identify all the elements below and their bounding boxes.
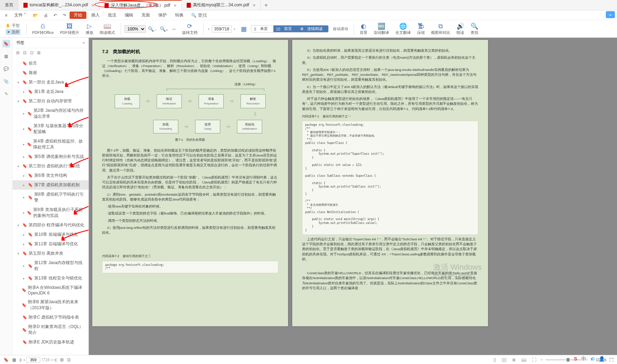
pdf-to-pic-button[interactable]: 🖼PDF转图片 <box>58 22 81 35</box>
tab-doc-2[interactable]: 高性能mysql第三...34.com.pdf × <box>182 0 261 10</box>
tab-doc-0[interactable]: tomcat架构解析_...234.com.pdf × <box>19 0 100 10</box>
tab-add-button[interactable]: + <box>261 2 271 8</box>
bookmark-node[interactable]: ▸🔖第3章 垃圾收集器与内存分配策略 <box>13 121 88 137</box>
tray-icon[interactable]: 中 <box>580 355 587 363</box>
zoom-select[interactable]: 100% <box>124 25 146 33</box>
close-icon[interactable]: × <box>174 3 177 8</box>
bookmark-node[interactable]: ▸🔖第6章 类文件结构 <box>13 171 88 180</box>
bookmark-node[interactable]: 🔖附录D 对象查询语言（OQL）简介 <box>13 322 88 337</box>
page-next-icon[interactable]: › <box>232 27 237 31</box>
bookmark-node[interactable]: ▸🔖第8章 虚拟机字节码执行引擎 <box>13 190 88 205</box>
double-page[interactable]: ▯▯ 双页 <box>273 26 297 32</box>
select-tool[interactable]: ➤ 选择 <box>6 29 21 35</box>
tab-doc-1[interactable]: 深入理解Java虚...（第3版）.pdf × <box>100 0 182 10</box>
sb-tool-icon[interactable]: ⊞ <box>60 357 64 362</box>
page-number-input[interactable] <box>26 357 40 363</box>
bookmark-node[interactable]: 🔖致谢 <box>13 68 88 78</box>
pdf-to-office-button[interactable]: ⎙PDF转Office <box>30 22 56 35</box>
word-translate-button[interactable]: 🔤划词翻译 <box>372 22 391 35</box>
bm-tool-icon[interactable]: ⊡ <box>30 50 34 55</box>
menu-insert[interactable]: 插入 <box>88 12 103 19</box>
bookmark-node[interactable]: ▾🔖第二部分 自动内存管理 <box>13 96 88 106</box>
bookmark-node[interactable]: ▸🔖第2章 Java内存区域与内存溢出异常 <box>13 106 88 121</box>
bm-tool-icon[interactable]: ⊠ <box>37 50 41 55</box>
attachments-tab-icon[interactable]: 📎 <box>2 78 10 85</box>
single-page[interactable]: ▯ 单页 <box>251 26 273 32</box>
bookmark-node[interactable]: ▸🔖第11章 后端编译与优化 <box>13 239 88 249</box>
view-double-icon[interactable]: ▯▯ <box>500 357 508 363</box>
bookmark-node[interactable]: ▸🔖第7章 虚拟机类加载机制 <box>13 180 88 190</box>
page-prev-icon[interactable]: ‹ <box>207 27 211 31</box>
tab-home[interactable]: 首页 <box>0 0 19 10</box>
first-page-icon[interactable]: |‹ <box>20 357 22 362</box>
bookmark-node[interactable]: 🔖附录E JDK历史版本轨迹 <box>13 337 88 347</box>
background-button[interactable]: ◐背景 <box>358 22 370 35</box>
fit-page-icon[interactable]: ⛶ <box>531 357 538 363</box>
full-translate-button[interactable]: 🌐全文翻译 <box>393 22 413 35</box>
bookmark-node[interactable]: ▾🔖第五部分 高效并发 <box>13 249 88 258</box>
bm-tool-icon[interactable]: ⊟ <box>23 50 27 55</box>
hand-tool[interactable]: ✋ 手型 <box>6 23 21 28</box>
tray-icon[interactable]: ⟲ <box>589 355 596 362</box>
close-panel-icon[interactable]: × <box>82 41 85 45</box>
rotate-button[interactable]: ⟳旋转文档 <box>180 22 200 35</box>
view-single-icon[interactable]: ▯ <box>492 357 497 363</box>
bookmark-node[interactable]: 🔖附录C 虚拟机字节码指令表 <box>13 313 88 322</box>
autoscroll-button[interactable]: 自动滚动 <box>331 26 350 31</box>
menu-search[interactable]: 🔍 <box>191 13 219 18</box>
menu-convert[interactable]: 转换 <box>172 12 187 19</box>
thumbnails-icon[interactable]: ▦ <box>239 25 249 33</box>
menu-file[interactable]: 文件 ˅ <box>11 12 29 19</box>
view-cont-icon[interactable]: ≣ <box>511 357 517 363</box>
view-book-icon[interactable]: 📖 <box>520 357 528 363</box>
open-icon[interactable]: 📂 <box>31 12 40 19</box>
redo-icon[interactable]: ↷ <box>60 12 68 19</box>
continuous-read[interactable]: ≣ 连续阅读 <box>297 26 328 32</box>
find-button[interactable]: 🔍查找 <box>468 22 480 35</box>
signature-tab-icon[interactable]: ✎ <box>2 90 10 98</box>
page-input[interactable]: 359/716 <box>212 26 232 32</box>
tray-icon[interactable]: 👤 <box>598 355 606 362</box>
bookmark-node[interactable]: ▸🔖第5章 调优案例分析与实战 <box>13 152 88 161</box>
menu-start[interactable]: 开始 <box>70 12 86 19</box>
tray-icon[interactable]: ⋯ <box>608 355 615 362</box>
hamburger-icon[interactable]: ≡ <box>3 12 9 19</box>
read-aloud-button[interactable]: 🔊朗读 <box>454 22 466 35</box>
menu-protect[interactable]: 保护 <box>155 12 170 19</box>
zoom-out-button[interactable]: − <box>540 357 543 362</box>
bookmark-node[interactable]: 🔖附录A 在Windows系统下编译OpenJDK 6 <box>13 283 88 297</box>
bookmark-node[interactable]: ▸🔖第10章 前端编译与优化 <box>13 230 88 239</box>
bookmarks-sb-icon[interactable]: 🔖 <box>3 357 9 362</box>
read-mode-button[interactable]: 📖阅读模式 <box>98 22 117 35</box>
tray-icon[interactable]: S <box>573 355 578 362</box>
fit-width-icon[interactable]: ↔ <box>170 26 178 32</box>
comments-tab-icon[interactable]: 💬 <box>2 65 10 73</box>
cloud-sync-icon[interactable]: ∞ <box>606 11 615 18</box>
menu-edit[interactable]: 编辑 <box>121 12 137 19</box>
crop-compare-button[interactable]: ⧉截图和对比 <box>429 22 452 35</box>
thumbnails-sb-icon[interactable]: ▦ <box>12 357 16 362</box>
menu-annotate[interactable]: 批注 <box>105 12 120 19</box>
close-icon[interactable]: × <box>253 2 256 8</box>
last-page-icon[interactable]: ›| <box>54 357 57 362</box>
bookmark-node[interactable]: ▾🔖第一部分 走近Java <box>13 78 88 87</box>
undo-icon[interactable]: ↶ <box>51 12 59 19</box>
bookmark-node[interactable]: 🔖附录B 展望Java技术的未来（2013年版） <box>13 297 88 313</box>
bm-tool-icon[interactable]: ⊞ <box>16 50 20 55</box>
document-view[interactable]: 7.2 类加载的时机 一个类型从被加载到虚拟机内存中开始，到卸载出内存为止，它的… <box>89 38 617 355</box>
close-icon[interactable]: × <box>92 2 94 8</box>
bookmark-node[interactable]: ▸🔖第1章 走近Java <box>13 87 88 96</box>
sb-tool-icon[interactable]: ⊡ <box>67 357 71 362</box>
layout-toggle[interactable]: ▯ 单页 ▯▯ 双页 ≣ 连续阅读 <box>251 25 329 32</box>
bookmark-node[interactable]: ▸🔖第9章 类加载及执行子系统的案例与实战 <box>13 205 88 220</box>
play-button[interactable]: ▷播放 <box>84 22 95 35</box>
next-page-icon[interactable]: › <box>51 357 53 362</box>
bookmark-node[interactable]: ▾🔖第四部分 程序编译与代码优化 <box>13 220 88 230</box>
thumbnails-tab-icon[interactable]: ▦ <box>2 52 10 60</box>
bookmarks-tab-icon[interactable]: 🔖 <box>2 40 10 48</box>
bookmark-node[interactable]: 🔖前言 <box>13 59 88 68</box>
print-icon[interactable]: 🖨 <box>42 12 50 19</box>
bookmark-node[interactable]: ▾🔖第三部分 虚拟机执行子系统 <box>13 161 88 171</box>
zoom-out-icon[interactable]: 🔍₋ <box>146 26 158 32</box>
bookmark-node[interactable]: ▸🔖第12章 Java内存模型与线程 <box>13 258 88 274</box>
